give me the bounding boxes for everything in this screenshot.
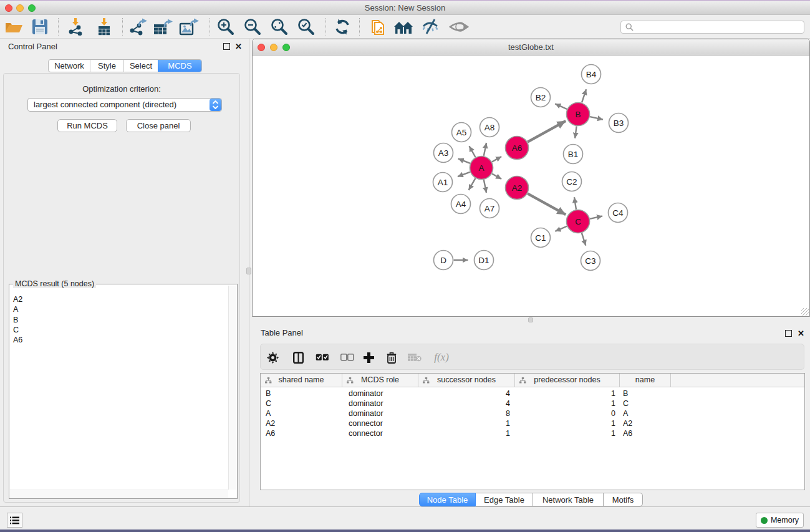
table-panel-close-button[interactable]: ✕ bbox=[798, 329, 804, 338]
table-cell[interactable]: 8 bbox=[418, 409, 510, 418]
zoom-in-button[interactable] bbox=[215, 17, 236, 37]
close-panel-button[interactable]: Close panel bbox=[126, 119, 191, 132]
graph-edge-C-C1[interactable] bbox=[555, 226, 567, 231]
tab-mcds[interactable]: MCDS bbox=[158, 60, 201, 72]
graph-edge-B-B3[interactable] bbox=[590, 117, 603, 120]
graph-node-a[interactable]: A bbox=[470, 157, 493, 180]
graph-edge-A-A5[interactable] bbox=[469, 146, 475, 157]
horizontal-splitter-handle[interactable] bbox=[528, 317, 533, 322]
table-cell[interactable]: A bbox=[266, 409, 342, 418]
result-item-a[interactable]: A bbox=[10, 304, 228, 314]
run-mcds-button[interactable]: Run MCDS bbox=[57, 119, 117, 132]
zoom-out-button[interactable] bbox=[242, 17, 263, 37]
graph-edge-B-B4[interactable] bbox=[582, 89, 586, 102]
refresh-button[interactable] bbox=[332, 17, 353, 37]
column-header-successor-nodes[interactable]: successor nodes bbox=[418, 374, 515, 387]
import-table-button[interactable] bbox=[94, 17, 115, 37]
table-cell[interactable]: dominator bbox=[349, 399, 418, 409]
optimization-criterion-dropdown[interactable]: largest connected component (directed) bbox=[27, 98, 222, 112]
result-item-b[interactable]: B bbox=[10, 315, 228, 325]
column-header-predecessor-nodes[interactable]: predecessor nodes bbox=[515, 374, 620, 387]
graph-edge-A-A4[interactable] bbox=[469, 178, 476, 190]
open-session-button[interactable] bbox=[3, 17, 24, 37]
table-cell[interactable]: 4 bbox=[418, 399, 510, 409]
zoom-fit-button[interactable] bbox=[269, 17, 290, 37]
network-close-button[interactable] bbox=[258, 44, 265, 51]
result-item-a2[interactable]: A2 bbox=[10, 294, 228, 304]
table-cell[interactable]: A2 bbox=[623, 418, 671, 428]
graph-edge-A-A1[interactable] bbox=[458, 172, 470, 177]
graph-node-a6[interactable]: A6 bbox=[506, 137, 529, 160]
show-column-panel-button[interactable] bbox=[289, 344, 307, 370]
result-item-c[interactable]: C bbox=[10, 325, 228, 335]
graph-edge-C-C2[interactable] bbox=[574, 197, 576, 210]
graph-node-a7[interactable]: A7 bbox=[480, 199, 499, 218]
close-window-button[interactable] bbox=[5, 4, 12, 12]
table-cell[interactable]: A bbox=[623, 409, 671, 418]
table-cell[interactable]: C bbox=[623, 399, 671, 409]
graph-node-a4[interactable]: A4 bbox=[451, 195, 471, 214]
graph-edge-A-A3[interactable] bbox=[458, 158, 470, 163]
tab-select[interactable]: Select bbox=[123, 60, 158, 72]
deselect-all-button[interactable] bbox=[338, 344, 357, 370]
export-image-button[interactable] bbox=[178, 17, 200, 37]
graph-edge-A-A2[interactable] bbox=[492, 174, 501, 180]
apply-function-button[interactable]: f(x) bbox=[430, 344, 453, 370]
table-cell[interactable]: 1 bbox=[515, 428, 615, 438]
table-cell[interactable]: 4 bbox=[418, 389, 510, 399]
graph-edge-B-B2[interactable] bbox=[555, 104, 567, 109]
table-cell[interactable]: 1 bbox=[418, 418, 510, 428]
table-cell[interactable]: C bbox=[266, 399, 342, 409]
delete-column-button[interactable] bbox=[383, 344, 400, 370]
import-network-button[interactable] bbox=[65, 17, 86, 37]
column-header-name[interactable]: name bbox=[620, 374, 671, 387]
graph-node-c1[interactable]: C1 bbox=[531, 228, 551, 248]
table-panel-float-button[interactable] bbox=[785, 330, 792, 337]
graph-edge-A2-C[interactable] bbox=[528, 193, 566, 215]
table-cell[interactable]: 1 bbox=[515, 418, 615, 428]
column-header-shared-name[interactable]: shared name bbox=[261, 374, 342, 387]
hide-selected-button[interactable] bbox=[420, 17, 441, 37]
table-cell[interactable]: B bbox=[623, 389, 671, 399]
network-resize-grip[interactable] bbox=[801, 308, 809, 316]
add-column-button[interactable] bbox=[359, 344, 378, 370]
table-cell[interactable]: 0 bbox=[515, 409, 615, 418]
result-vertical-scrollbar[interactable] bbox=[228, 286, 236, 490]
table-cell[interactable]: 1 bbox=[515, 399, 615, 409]
vertical-splitter-handle[interactable] bbox=[246, 268, 251, 274]
save-session-button[interactable] bbox=[29, 17, 51, 37]
graph-node-a2[interactable]: A2 bbox=[506, 177, 529, 200]
show-all-button[interactable] bbox=[448, 17, 470, 37]
graph-node-c[interactable]: C bbox=[567, 210, 590, 233]
export-network-button[interactable] bbox=[128, 17, 149, 37]
table-cell[interactable]: A6 bbox=[266, 428, 342, 438]
graph-edge-C-C3[interactable] bbox=[582, 233, 586, 246]
graph-edge-C-C4[interactable] bbox=[590, 216, 602, 218]
tab-edge-table[interactable]: Edge Table bbox=[476, 493, 533, 506]
zoom-selected-button[interactable] bbox=[296, 17, 317, 37]
memory-button[interactable]: Memory bbox=[756, 513, 804, 528]
graph-edge-A-A7[interactable] bbox=[484, 180, 486, 193]
graph-edge-A-A8[interactable] bbox=[484, 143, 486, 156]
graph-edge-B-B1[interactable] bbox=[575, 126, 576, 138]
tab-network-table[interactable]: Network Table bbox=[533, 493, 604, 506]
graph-node-b[interactable]: B bbox=[567, 103, 590, 126]
graph-node-b3[interactable]: B3 bbox=[609, 114, 629, 133]
graph-node-a5[interactable]: A5 bbox=[452, 123, 471, 142]
home-button[interactable] bbox=[393, 17, 414, 37]
column-header-mcds-role[interactable]: MCDS role bbox=[342, 374, 418, 387]
table-cell[interactable]: dominator bbox=[349, 389, 418, 399]
export-table-button[interactable] bbox=[152, 17, 173, 37]
table-cell[interactable]: 1 bbox=[515, 389, 615, 399]
table-cell[interactable]: connector bbox=[349, 428, 418, 438]
tab-style[interactable]: Style bbox=[90, 60, 123, 72]
network-zoom-button[interactable] bbox=[282, 44, 290, 51]
table-cell[interactable]: dominator bbox=[349, 409, 418, 418]
graph-node-b4[interactable]: B4 bbox=[582, 65, 601, 84]
tab-network[interactable]: Network bbox=[49, 60, 90, 72]
graph-node-a3[interactable]: A3 bbox=[434, 143, 453, 163]
tab-motifs[interactable]: Motifs bbox=[604, 493, 643, 506]
table-cell[interactable]: 1 bbox=[418, 428, 510, 438]
table-settings-button[interactable] bbox=[264, 344, 281, 370]
duplicate-network-button[interactable] bbox=[367, 17, 388, 37]
